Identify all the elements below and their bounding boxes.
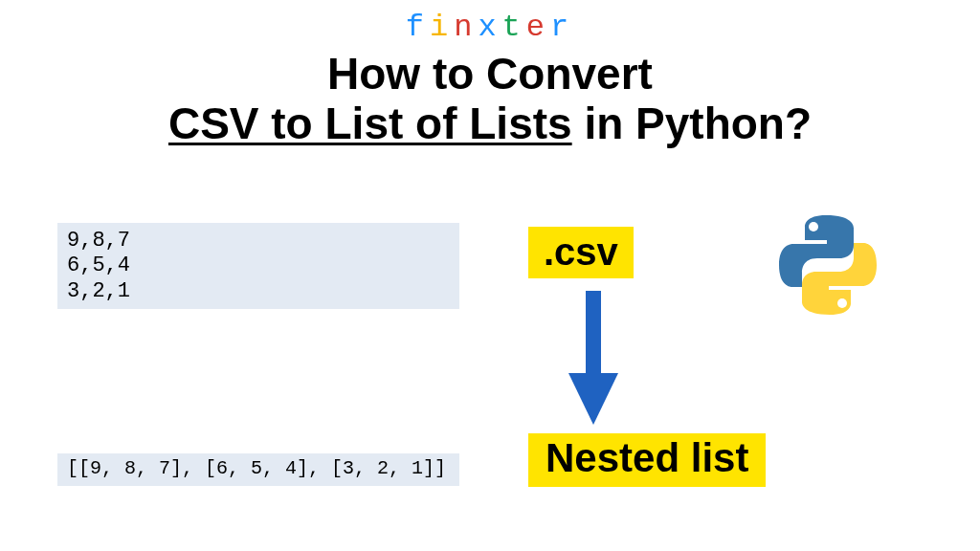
svg-point-2 [809, 222, 818, 231]
logo-letter: e [526, 10, 550, 45]
title-line1: How to Convert [327, 49, 653, 99]
python-logo-icon [775, 212, 880, 318]
logo-letter: i [430, 10, 454, 45]
csv-label-badge: .csv [528, 227, 634, 278]
svg-marker-1 [568, 373, 618, 425]
logo-letter: f [406, 10, 430, 45]
logo-letter: x [478, 10, 501, 45]
nested-list-label-badge: Nested list [528, 433, 766, 487]
page-title: How to Convert CSV to List of Lists in P… [0, 50, 980, 148]
brand-logo: finxter [406, 10, 574, 45]
csv-content-box: 9,8,7 6,5,4 3,2,1 [57, 223, 459, 309]
svg-point-3 [837, 298, 847, 308]
title-tail: in Python? [572, 99, 812, 148]
title-underlined: CSV to List of Lists [168, 99, 572, 148]
logo-letter: n [454, 10, 478, 45]
logo-letter: r [550, 10, 574, 45]
svg-rect-0 [586, 291, 601, 377]
nested-list-box: [[9, 8, 7], [6, 5, 4], [3, 2, 1]] [57, 453, 459, 486]
down-arrow-icon [565, 291, 622, 425]
logo-letter: t [502, 10, 526, 45]
